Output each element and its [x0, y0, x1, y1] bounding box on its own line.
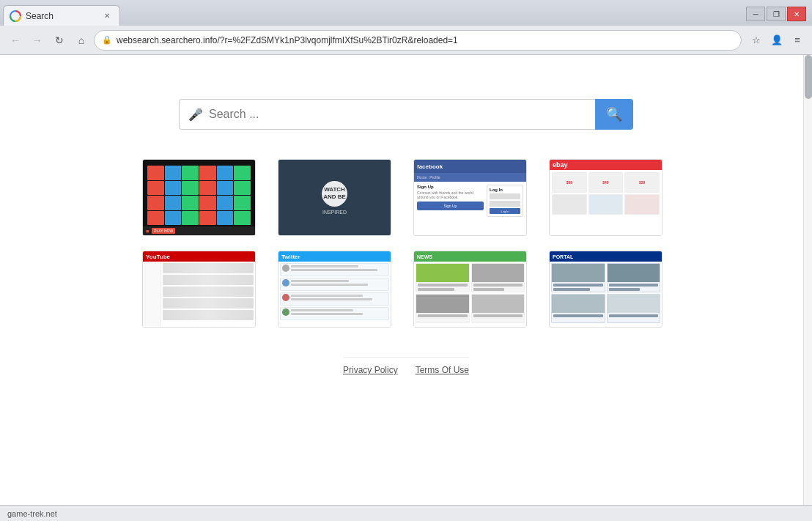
- bookmark-button[interactable]: ☆: [748, 32, 765, 49]
- search-input-container[interactable]: 🎤: [179, 99, 595, 130]
- tab-bar: Search ✕: [0, 2, 740, 26]
- settings-button[interactable]: ≡: [789, 32, 806, 49]
- home-button[interactable]: ⌂: [72, 31, 91, 50]
- window-controls: ─ ❐ ✕: [740, 7, 812, 26]
- tab-close-button[interactable]: ✕: [102, 11, 112, 21]
- page-content: 🎤 🔍: [0, 55, 812, 505]
- nav-icons: ☆ 👤 ≡: [748, 32, 806, 49]
- active-tab[interactable]: Search ✕: [3, 5, 120, 26]
- page-inner: 🎤 🔍: [0, 55, 812, 505]
- back-button[interactable]: ←: [6, 31, 25, 50]
- thumbnail-3[interactable]: facebook Home Profile Sign Up Connect wi…: [413, 159, 527, 236]
- thumbnail-7[interactable]: NEWS: [413, 251, 527, 328]
- search-input[interactable]: [209, 108, 586, 121]
- search-box-wrapper: 🎤 🔍: [179, 99, 633, 130]
- thumbnail-6[interactable]: Twitter: [278, 251, 391, 328]
- url-input[interactable]: [117, 35, 734, 45]
- tab-favicon: [10, 10, 21, 22]
- thumbnail-4[interactable]: ebay $99 $49 $29: [549, 159, 662, 236]
- thumbnail-2[interactable]: WATCHAND BE INSPIRED: [278, 159, 391, 236]
- thumbnail-8[interactable]: PORTAL: [549, 251, 662, 328]
- account-button[interactable]: 👤: [768, 32, 786, 49]
- privacy-policy-link[interactable]: Privacy Policy: [343, 365, 398, 375]
- thumbnail-1[interactable]: ■ PLAY NOW: [142, 159, 256, 236]
- scrollbar[interactable]: [803, 55, 812, 505]
- terms-link[interactable]: Terms Of Use: [416, 365, 469, 375]
- tab-title: Search: [26, 11, 97, 21]
- nav-bar: ← → ↻ ⌂ 🔒 ☆ 👤 ≡: [0, 26, 812, 55]
- reload-button[interactable]: ↻: [50, 31, 69, 50]
- close-button[interactable]: ✕: [787, 7, 806, 21]
- footer: Privacy Policy Terms Of Use: [343, 357, 469, 383]
- thumb2-circle: WATCHAND BE: [322, 181, 347, 207]
- scrollbar-thumb[interactable]: [805, 55, 812, 99]
- thumbnails-grid: ■ PLAY NOW WATCHAND BE INSPIRED: [142, 159, 670, 357]
- restore-button[interactable]: ❐: [767, 7, 786, 21]
- search-button[interactable]: 🔍: [595, 99, 633, 130]
- lock-icon: 🔒: [102, 35, 112, 45]
- status-text: game-trek.net: [7, 509, 57, 518]
- chrome-window: Search ✕ ─ ❐ ✕ ← → ↻ ⌂ 🔒 ☆ 👤 ≡: [0, 0, 812, 521]
- title-bar: Search ✕ ─ ❐ ✕: [0, 0, 812, 26]
- thumbnail-5[interactable]: YouTube: [142, 251, 256, 328]
- search-section: 🎤 🔍: [0, 55, 812, 159]
- minimize-button[interactable]: ─: [746, 7, 765, 21]
- thumb2-text: INSPIRED: [322, 210, 347, 215]
- status-bar: game-trek.net: [0, 505, 812, 521]
- forward-button[interactable]: →: [28, 31, 47, 50]
- mic-icon: 🎤: [188, 108, 203, 122]
- search-icon: 🔍: [606, 106, 622, 122]
- address-bar[interactable]: 🔒: [94, 30, 742, 51]
